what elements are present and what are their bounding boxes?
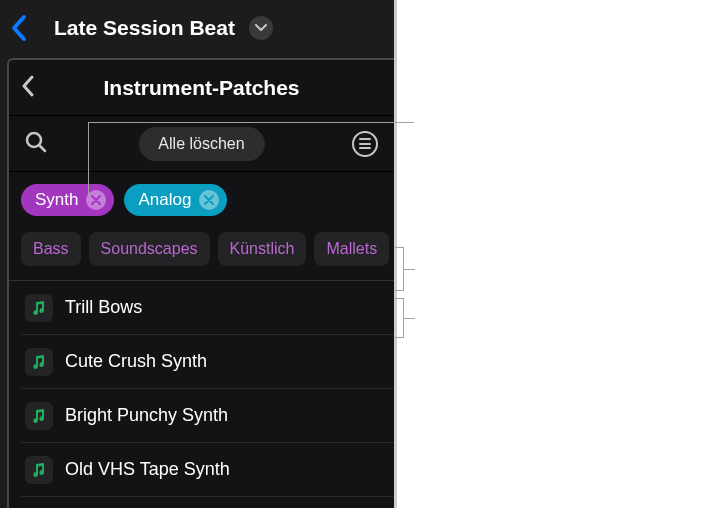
annotation-bracket (403, 298, 404, 338)
patch-name: Trill Bows (65, 297, 142, 318)
close-icon[interactable] (199, 190, 219, 210)
active-tag-row: Synth Analog (9, 172, 394, 228)
browser-title: Instrument-Patches (9, 76, 394, 100)
browser-inner: Instrument-Patches Alle löschen Synth An… (7, 58, 394, 508)
patch-list: Trill Bows Cute Crush Synth Bright Punch… (9, 281, 394, 497)
project-title: Late Session Beat (54, 16, 235, 40)
list-item[interactable]: Old VHS Tape Synth (21, 443, 394, 497)
active-tag-analog[interactable]: Analog (124, 184, 227, 216)
svg-line-1 (40, 145, 46, 151)
patch-name: Cute Crush Synth (65, 351, 207, 372)
list-item[interactable]: Trill Bows (21, 281, 394, 335)
tag-label: Synth (35, 190, 78, 210)
list-options-icon[interactable] (352, 131, 378, 157)
music-note-icon (25, 294, 53, 322)
annotation-bracket (403, 247, 404, 291)
search-icon[interactable] (25, 131, 47, 157)
active-tag-synth[interactable]: Synth (21, 184, 114, 216)
sound-browser-panel: Late Session Beat Instrument-Patches All… (0, 0, 397, 508)
music-note-icon (25, 456, 53, 484)
chip-mallets[interactable]: Mallets (314, 232, 389, 266)
list-item[interactable]: Bright Punchy Synth (21, 389, 394, 443)
patch-name: Old VHS Tape Synth (65, 459, 230, 480)
annotation-leader (88, 122, 89, 196)
tag-label: Analog (138, 190, 191, 210)
suggestion-chip-row[interactable]: Bass Soundscapes Künstlich Mallets Percu… (9, 228, 394, 281)
browser-subheader: Instrument-Patches (9, 60, 394, 116)
chevron-down-icon[interactable] (249, 16, 273, 40)
toolbar-row: Alle löschen (9, 116, 394, 172)
back-icon[interactable] (10, 14, 28, 42)
close-icon[interactable] (86, 190, 106, 210)
patch-name: Bright Punchy Synth (65, 405, 228, 426)
back-icon[interactable] (21, 75, 35, 101)
music-note-icon (25, 402, 53, 430)
chip-soundscapes[interactable]: Soundscapes (89, 232, 210, 266)
list-item[interactable]: Cute Crush Synth (21, 335, 394, 389)
annotation-leader (88, 122, 414, 123)
chip-bass[interactable]: Bass (21, 232, 81, 266)
project-header: Late Session Beat (0, 0, 394, 56)
clear-all-button[interactable]: Alle löschen (138, 127, 264, 161)
chip-kuenstlich[interactable]: Künstlich (218, 232, 307, 266)
music-note-icon (25, 348, 53, 376)
